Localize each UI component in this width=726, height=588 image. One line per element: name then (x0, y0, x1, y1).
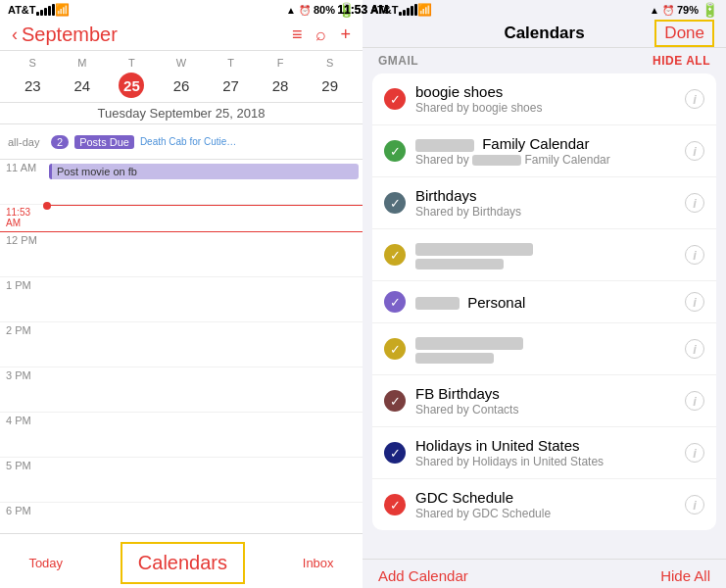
content-3pm (47, 368, 363, 412)
alarm-icon-left: ⏰ (299, 5, 311, 16)
cal-info-fb-birthdays: FB Birthdays Shared by Contacts (415, 385, 675, 416)
back-arrow-icon[interactable]: ‹ (12, 24, 18, 45)
day-25-today[interactable]: 25 (119, 73, 144, 98)
info-btn-blurred2[interactable]: i (685, 339, 704, 359)
rbar2 (403, 10, 406, 16)
blurred-name1 (415, 243, 533, 256)
rbar1 (399, 12, 402, 16)
content-6pm (47, 503, 363, 533)
day-29[interactable]: 29 (317, 73, 343, 98)
info-btn-family[interactable]: i (685, 141, 704, 161)
time-3pm: 3 PM (0, 368, 47, 412)
calendar-item-family[interactable]: ✓ Family Calendar Shared by Family Calen… (372, 125, 716, 177)
content-12pm (47, 232, 363, 276)
info-btn-boogie[interactable]: i (685, 89, 704, 109)
calendars-list: ✓ boogie shoes Shared by boogie shoes i … (372, 74, 716, 530)
rbar3 (407, 8, 410, 16)
time-4pm: 4 PM (0, 413, 47, 457)
calendar-item-holidays[interactable]: ✓ Holidays in United States Shared by Ho… (372, 427, 716, 479)
day-24[interactable]: 24 (70, 73, 95, 98)
slot-current-time: 11:53 AM (0, 205, 363, 232)
calendars-button[interactable]: Calendars (121, 542, 245, 584)
location-icon-left: ▲ (286, 5, 296, 16)
cal-name-blurred1 (415, 239, 675, 256)
day-header-s: S (8, 55, 58, 71)
info-btn-personal[interactable]: i (685, 292, 704, 312)
day-27[interactable]: 27 (218, 73, 244, 98)
check-holidays: ✓ (384, 442, 406, 464)
inbox-button[interactable]: Inbox (303, 556, 334, 570)
calendar-item-gdc[interactable]: ✓ GDC Schedule Shared by GDC Schedule i (372, 479, 716, 530)
add-calendar-button[interactable]: Add Calendar (378, 567, 468, 584)
post-movie-event[interactable]: Post movie on fb (49, 164, 359, 179)
battery-icon-right: 🔋 (702, 2, 718, 18)
all-day-row: all-day 2 Posts Due Death Cab for Cutie… (0, 124, 363, 160)
info-btn-blurred1[interactable]: i (685, 245, 704, 265)
cal-sub-fb-birthdays: Shared by Contacts (415, 403, 675, 416)
hide-all-bottom-button[interactable]: Hide All (660, 567, 710, 584)
day-header-sa: S (305, 55, 355, 71)
cal-info-boogie: boogie shoes Shared by boogie shoes (415, 83, 675, 115)
section-header: GMAIL HIDE ALL (363, 48, 726, 70)
cal-name-fb-birthdays: FB Birthdays (415, 385, 675, 402)
info-btn-fb-birthdays[interactable]: i (685, 391, 704, 411)
done-button[interactable]: Done (654, 20, 714, 47)
calendar-item-personal[interactable]: ✓ Personal i (372, 281, 716, 323)
cal-sub-blurred1 (415, 257, 675, 270)
calendar-item-fb-birthdays[interactable]: ✓ FB Birthdays Shared by Contacts i (372, 375, 716, 427)
cal-sub-boogie: Shared by boogie shoes (415, 101, 675, 115)
time-current: 11:53 AM (0, 205, 47, 231)
left-panel: AT&T 📶 11:53 AM ▲ ⏰ 80% 🔋 ‹ September ≡ … (0, 0, 363, 588)
day-28[interactable]: 28 (267, 73, 293, 98)
battery-pct-right: 79% (677, 4, 699, 16)
calendar-item-birthdays[interactable]: ✓ Birthdays Shared by Birthdays i (372, 177, 716, 229)
carrier-left: AT&T (8, 4, 36, 16)
cal-name-boogie: boogie shoes (415, 83, 675, 100)
content-5pm (47, 458, 363, 502)
cal-info-gdc: GDC Schedule Shared by GDC Schedule (415, 489, 675, 520)
wifi-icon-left: 📶 (55, 3, 70, 17)
slot-1pm: 1 PM (0, 277, 363, 322)
content-4pm (47, 413, 363, 457)
month-title[interactable]: September (22, 24, 118, 46)
calendar-item-boogie[interactable]: ✓ boogie shoes Shared by boogie shoes i (372, 74, 716, 125)
check-personal: ✓ (384, 291, 406, 313)
day-header-m: M (58, 55, 108, 71)
death-cab-event: Death Cab for Cutie… (140, 136, 236, 147)
day-header-f: F (256, 55, 306, 71)
today-button[interactable]: Today (28, 556, 63, 570)
cal-name-birthdays: Birthdays (415, 187, 675, 204)
list-icon[interactable]: ≡ (292, 24, 303, 45)
search-icon[interactable]: ⌕ (315, 24, 326, 45)
bar3 (44, 8, 47, 16)
day-header-th: T (206, 55, 256, 71)
add-icon[interactable]: + (340, 24, 351, 45)
info-btn-birthdays[interactable]: i (685, 193, 704, 213)
blurred-sub2 (415, 353, 494, 364)
calendars-title: Calendars (504, 24, 584, 43)
cal-sub-holidays: Shared by Holidays in United States (415, 455, 675, 468)
day-headers: S M T W T F S (8, 55, 355, 71)
info-btn-gdc[interactable]: i (685, 495, 704, 514)
info-btn-holidays[interactable]: i (685, 443, 704, 463)
timeline: 11 AM Post movie on fb 11:53 AM 12 PM 1 … (0, 160, 363, 533)
day-header-w: W (157, 55, 207, 71)
blurred-name2 (415, 337, 523, 350)
content-current (47, 205, 363, 231)
calendar-item-blurred2[interactable]: ✓ i (372, 323, 716, 375)
day-23[interactable]: 23 (20, 73, 45, 98)
header-left[interactable]: ‹ September (12, 24, 118, 46)
cal-info-blurred1 (415, 239, 675, 270)
calendar-item-blurred1[interactable]: ✓ i (372, 229, 716, 281)
slot-3pm: 3 PM (0, 368, 363, 413)
cal-name-family: Family Calendar (415, 135, 675, 152)
hide-all-button[interactable]: HIDE ALL (653, 54, 710, 68)
time-11am: 11 AM (0, 160, 47, 204)
day-26[interactable]: 26 (169, 73, 194, 98)
cal-sub-birthdays: Shared by Birthdays (415, 205, 675, 219)
cal-info-holidays: Holidays in United States Shared by Holi… (415, 437, 675, 468)
content-2pm (47, 322, 363, 367)
check-fb-birthdays: ✓ (384, 390, 406, 412)
calendar-grid: S M T W T F S 23 24 25 26 27 28 29 (0, 51, 363, 103)
content-1pm (47, 277, 363, 321)
